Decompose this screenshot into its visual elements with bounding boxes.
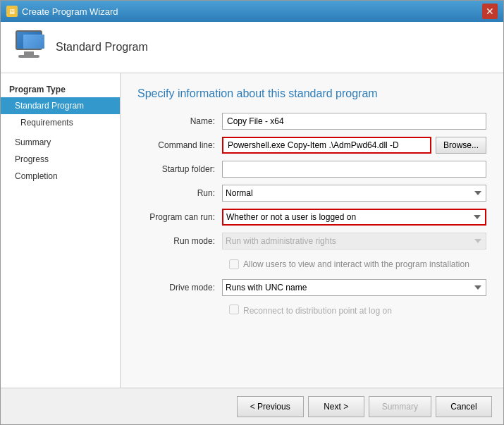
bottom-bar: < Previous Next > Summary Cancel bbox=[1, 388, 503, 424]
run-mode-label: Run mode: bbox=[137, 236, 222, 246]
cmdline-row: Command line: Browse... bbox=[137, 137, 486, 154]
program-can-run-label: Program can run: bbox=[137, 212, 222, 222]
cancel-button[interactable]: Cancel bbox=[436, 396, 492, 417]
reconnect-label: Reconnect to distribution point at log o… bbox=[243, 306, 392, 316]
program-can-run-row: Program can run: Whether or not a user i… bbox=[137, 209, 486, 226]
header-area: Standard Program bbox=[1, 22, 503, 73]
sidebar-item-standard-program[interactable]: Standard Program bbox=[1, 97, 120, 114]
close-button[interactable]: ✕ bbox=[482, 4, 498, 19]
next-button[interactable]: Next > bbox=[308, 396, 364, 417]
reconnect-row: Reconnect to distribution point at log o… bbox=[229, 303, 486, 316]
cmdline-label: Command line: bbox=[137, 140, 222, 150]
allow-interact-row: Allow users to view and interact with th… bbox=[229, 259, 486, 269]
run-label: Run: bbox=[137, 188, 222, 198]
run-row: Run: Normal Minimized Maximized Hidden bbox=[137, 185, 486, 202]
sidebar: Program Type Standard Program Requiremen… bbox=[1, 73, 121, 388]
name-label: Name: bbox=[137, 116, 222, 126]
content-area: Program Type Standard Program Requiremen… bbox=[1, 73, 503, 388]
drive-mode-label: Drive mode: bbox=[137, 283, 222, 292]
sidebar-item-progress[interactable]: Progress bbox=[1, 151, 120, 168]
allow-interact-checkbox[interactable] bbox=[229, 259, 239, 269]
header-subtitle: Standard Program bbox=[56, 41, 148, 54]
title-bar: 🖥 Create Program Wizard ✕ bbox=[1, 1, 503, 22]
startup-input[interactable] bbox=[222, 161, 486, 178]
allow-interact-label: Allow users to view and interact with th… bbox=[243, 259, 469, 269]
main-panel: Specify information about this standard … bbox=[121, 73, 503, 388]
browse-button[interactable]: Browse... bbox=[436, 137, 486, 154]
main-window: 🖥 Create Program Wizard ✕ Standard Progr… bbox=[0, 0, 504, 425]
sidebar-item-summary[interactable]: Summary bbox=[1, 134, 120, 151]
sidebar-section-program-type: Program Type bbox=[1, 80, 120, 97]
sidebar-item-requirements[interactable]: Requirements bbox=[1, 114, 120, 131]
header-icon bbox=[12, 30, 46, 64]
reconnect-checkbox[interactable] bbox=[229, 304, 239, 314]
run-mode-row: Run mode: Run with administrative rights… bbox=[137, 233, 486, 250]
run-select[interactable]: Normal Minimized Maximized Hidden bbox=[222, 185, 486, 202]
previous-button[interactable]: < Previous bbox=[237, 396, 304, 417]
drive-mode-select[interactable]: Runs with UNC name Requires drive letter… bbox=[222, 279, 486, 296]
window-title: Create Program Wizard bbox=[22, 6, 118, 17]
main-title: Specify information about this standard … bbox=[137, 87, 486, 100]
name-row: Name: bbox=[137, 113, 486, 130]
title-bar-icon: 🖥 bbox=[6, 6, 18, 17]
summary-button[interactable]: Summary bbox=[369, 396, 431, 417]
run-mode-select[interactable]: Run with administrative rights Run with … bbox=[222, 233, 486, 250]
sidebar-item-completion[interactable]: Completion bbox=[1, 168, 120, 185]
drive-mode-row: Drive mode: Runs with UNC name Requires … bbox=[137, 279, 486, 296]
program-can-run-select[interactable]: Whether or not a user is logged on Only … bbox=[222, 209, 486, 226]
name-input[interactable] bbox=[222, 113, 486, 130]
cmdline-input[interactable] bbox=[222, 137, 431, 154]
startup-label: Startup folder: bbox=[137, 164, 222, 174]
startup-row: Startup folder: bbox=[137, 161, 486, 178]
